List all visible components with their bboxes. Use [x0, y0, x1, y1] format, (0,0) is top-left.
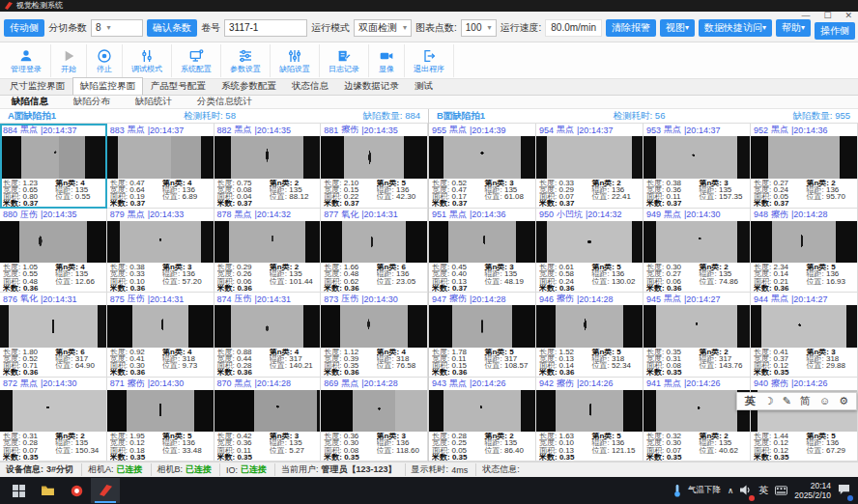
defect-image[interactable] — [107, 136, 214, 179]
view-menu-button[interactable]: 视图 — [660, 19, 695, 37]
defect-image[interactable] — [107, 305, 214, 348]
data-shortcut-menu-button[interactable]: 数据快捷访问 — [699, 19, 772, 37]
taskbar-app-red-circle[interactable] — [62, 478, 91, 503]
defect-cell[interactable]: 940 擦伤 |20:14:26 长度: 1.44 宽度: 0.12 面积: 0… — [751, 378, 858, 462]
defect-image[interactable] — [644, 390, 750, 433]
defect-image[interactable] — [0, 221, 106, 264]
defect-cell[interactable]: 878 黑点 |20:14:32 长度: 0.29 宽度: 0.26 面积: 0… — [214, 209, 322, 294]
operator-side-button[interactable]: 操作侧 — [815, 22, 855, 40]
defect-cell[interactable]: 877 氧化 |20:14:31 长度: 1.66 宽度: 0.48 面积: 0… — [321, 209, 428, 294]
defect-image[interactable] — [536, 221, 643, 264]
defect-image[interactable] — [536, 136, 643, 179]
start-button[interactable] — [4, 478, 33, 503]
defect-image[interactable] — [429, 221, 535, 264]
run-mode-select[interactable]: 双面检测 — [354, 19, 412, 37]
defect-cell[interactable]: 871 擦伤 |20:14:30 长度: 1.95 宽度: 0.12 面积: 0… — [107, 378, 214, 462]
defect-image[interactable] — [429, 305, 535, 348]
defect-cell[interactable]: 884 黑点 |20:14:37 长度: 1.23 宽度: 0.65 面积: 0… — [0, 124, 107, 209]
defect-image[interactable] — [751, 221, 857, 264]
defect-cell[interactable]: 879 黑点 |20:14:33 长度: 0.38 宽度: 0.33 面积: 0… — [107, 209, 214, 294]
defect-cell[interactable]: 941 黑点 |20:14:26 长度: 0.32 宽度: 0.30 面积: 0… — [644, 378, 751, 462]
notification-center-icon[interactable] — [838, 482, 850, 499]
imaging-button[interactable]: 显像 — [369, 44, 405, 77]
defect-image[interactable] — [0, 305, 106, 348]
ime-lang-toggle[interactable]: 英 — [745, 393, 756, 409]
defect-image[interactable] — [214, 221, 321, 264]
ime-settings-icon[interactable]: ⚙ — [839, 393, 848, 409]
admin-login-button[interactable]: 管理登录 — [2, 44, 51, 77]
close-button[interactable]: ✕ — [844, 11, 852, 20]
help-menu-button[interactable]: 帮助 — [776, 19, 811, 37]
defect-image[interactable] — [429, 136, 535, 179]
defect-image[interactable] — [644, 221, 750, 264]
defect-image[interactable] — [321, 390, 427, 433]
defect-image[interactable] — [0, 390, 106, 433]
defect-image[interactable] — [751, 136, 857, 179]
slit-count-select[interactable]: 8 — [91, 19, 143, 37]
tab-system-params[interactable]: 系统参数配置 — [214, 77, 284, 95]
subtab-class-info-statistics[interactable]: 分类信息统计 — [197, 96, 252, 108]
touch-keyboard-icon[interactable] — [775, 486, 787, 495]
ime-pen-icon[interactable]: ✎ — [783, 393, 791, 409]
defect-image[interactable] — [321, 305, 427, 348]
defect-image[interactable] — [214, 136, 321, 179]
defect-cell[interactable]: 946 擦伤 |20:14:28 长度: 1.52 宽度: 0.13 面积: 0… — [536, 293, 644, 378]
defect-cell[interactable]: 880 压伤 |20:14:35 长度: 1.05 宽度: 0.55 面积: 0… — [0, 209, 107, 294]
tab-defect-monitor[interactable]: 缺陷监控界面 — [72, 77, 143, 95]
defect-image[interactable] — [107, 390, 214, 433]
defect-cell[interactable]: 954 黑点 |20:14:37 长度: 0.33 宽度: 0.29 面积: 0… — [536, 124, 644, 209]
ime-moon-icon[interactable]: ☽ — [764, 393, 774, 409]
defect-cell[interactable]: 875 压伤 |20:14:31 长度: 0.92 宽度: 0.41 面积: 0… — [107, 293, 214, 378]
taskbar-app-explorer[interactable] — [33, 478, 62, 503]
defect-cell[interactable]: 943 黑点 |20:14:26 长度: 0.28 宽度: 0.25 面积: 0… — [429, 378, 536, 462]
defect-image[interactable] — [536, 390, 643, 433]
defect-cell[interactable]: 944 黑点 |20:14:27 长度: 0.41 宽度: 0.37 面积: 0… — [751, 293, 858, 378]
roll-number-input[interactable] — [224, 19, 307, 37]
tab-test[interactable]: 测试 — [407, 77, 441, 95]
defect-image[interactable] — [214, 390, 321, 433]
defect-cell[interactable]: 951 黑点 |20:14:36 长度: 0.45 宽度: 0.40 面积: 0… — [429, 209, 536, 294]
ime-simplified-toggle[interactable]: 简 — [800, 393, 811, 409]
defect-image[interactable] — [751, 305, 857, 348]
tab-status-info[interactable]: 状态信息 — [284, 77, 336, 95]
defect-cell[interactable]: 881 擦伤 |20:14:35 长度: 2.10 宽度: 0.15 面积: 0… — [321, 124, 428, 209]
subtab-defect-distribution[interactable]: 缺陷分布 — [73, 96, 110, 108]
defect-cell[interactable]: 882 黑点 |20:14:35 长度: 0.75 宽度: 0.08 面积: 0… — [214, 124, 322, 209]
clock[interactable]: 20:14 2025/2/10 — [794, 481, 831, 500]
defect-image[interactable] — [0, 136, 106, 179]
ime-emoji-icon[interactable]: ☺ — [819, 393, 830, 409]
defect-image[interactable] — [214, 305, 321, 348]
stop-button[interactable]: 停止 — [87, 44, 123, 77]
defect-cell[interactable]: 872 黑点 |20:14:30 长度: 0.31 宽度: 0.28 面积: 0… — [0, 378, 107, 462]
tray-language-indicator[interactable]: 英 — [758, 484, 768, 497]
system-config-button[interactable]: 系统配置 — [172, 44, 221, 77]
defect-image[interactable] — [321, 136, 427, 179]
weather-status[interactable]: 气温下降 — [688, 485, 721, 496]
volume-icon[interactable] — [740, 482, 752, 499]
defect-cell[interactable]: 950 小凹坑 |20:14:32 长度: 0.61 宽度: 0.58 面积: … — [536, 209, 644, 294]
confirm-count-button[interactable]: 确认条数 — [147, 19, 197, 37]
minimize-button[interactable]: — — [801, 11, 810, 20]
defect-cell[interactable]: 952 黑点 |20:14:36 长度: 0.27 宽度: 0.24 面积: 0… — [751, 124, 858, 209]
defect-cell[interactable]: 876 氧化 |20:14:31 长度: 1.80 宽度: 0.52 面积: 0… — [0, 293, 107, 378]
tab-size-monitor[interactable]: 尺寸监控界面 — [2, 77, 72, 95]
taskbar-app-inspection-active[interactable] — [91, 478, 120, 503]
defect-cell[interactable]: 942 擦伤 |20:14:26 长度: 1.63 宽度: 0.10 面积: 0… — [536, 378, 644, 462]
defect-cell[interactable]: 883 黑点 |20:14:37 长度: 0.47 宽度: 0.64 面积: 0… — [107, 124, 214, 209]
defect-cell[interactable]: 945 黑点 |20:14:27 长度: 0.35 宽度: 0.31 面积: 0… — [644, 293, 751, 378]
debug-mode-button[interactable]: 调试模式 — [123, 44, 172, 77]
parameter-settings-button[interactable]: 参数设置 — [221, 44, 271, 77]
subtab-defect-info[interactable]: 缺陷信息 — [12, 96, 48, 108]
defect-cell[interactable]: 870 黑点 |20:14:28 长度: 0.42 宽度: 0.36 面积: 0… — [214, 378, 322, 462]
tray-chevron-icon[interactable]: ∧ — [728, 486, 733, 495]
maximize-button[interactable]: ☐ — [823, 11, 831, 20]
tab-edge-data-record[interactable]: 边缘数据记录 — [336, 77, 407, 95]
subtab-defect-statistics[interactable]: 缺陷统计 — [135, 96, 172, 108]
tab-product-config[interactable]: 产品型号配置 — [143, 77, 214, 95]
defect-image[interactable] — [429, 390, 535, 433]
defect-image[interactable] — [644, 136, 750, 179]
defect-cell[interactable]: 873 压伤 |20:14:30 长度: 1.12 宽度: 0.39 面积: 0… — [321, 293, 428, 378]
drive-side-button[interactable]: 传动侧 — [4, 19, 44, 37]
defect-image[interactable] — [321, 221, 427, 264]
start-button[interactable]: 开始 — [51, 44, 87, 77]
